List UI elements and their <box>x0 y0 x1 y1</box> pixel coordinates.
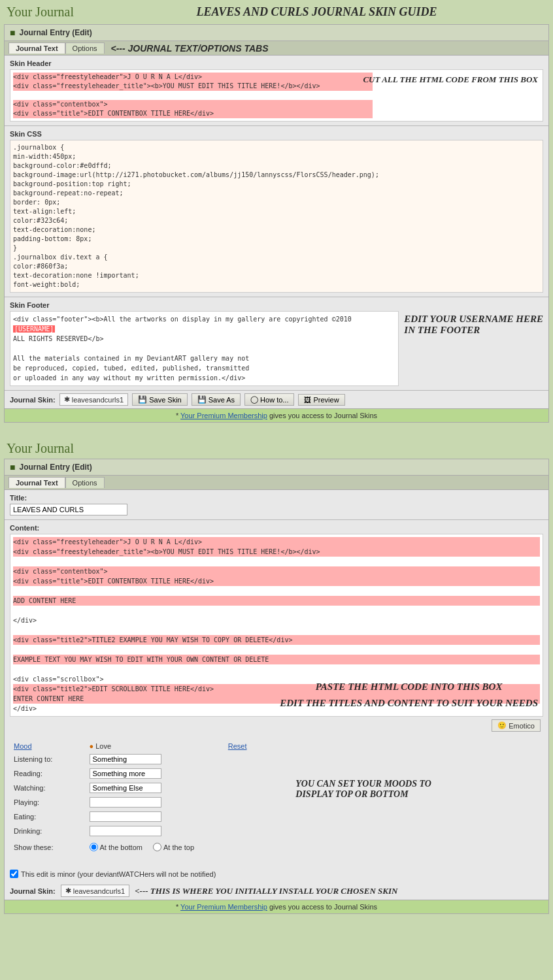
bottom-annotation: <--- THIS IS WHERE YOU INITIALLY INSTALL… <box>135 886 397 896</box>
tab-annotation: <--- JOURNAL TEXT/OPTIONS TABS <box>111 43 269 54</box>
skin-name-input[interactable]: ✱ leavesandcurls1 <box>59 393 129 406</box>
drinking-label: Drinking: <box>11 825 86 838</box>
premium-bar-top: * Your Premium Membership * Your Premium… <box>5 408 548 422</box>
radio-top[interactable]: At the top <box>153 843 194 851</box>
tab-journal-text[interactable]: Journal Text <box>8 42 65 54</box>
radio-top-input[interactable] <box>153 843 161 851</box>
username-highlight: [USERNAME] <box>13 325 55 333</box>
title-input[interactable] <box>10 504 127 515</box>
your-journal-second: Your Journal <box>7 441 74 456</box>
minor-edit-row: This edit is minor (your deviantWATCHers… <box>5 866 548 882</box>
journal-icon-2: ■ <box>10 462 15 472</box>
mood-annotation: YOU CAN SET YOUR MOODS TO DISPLAY TOP OR… <box>295 779 539 800</box>
skin-footer-code[interactable]: <div class="footer"><b>All the artworks … <box>10 311 399 386</box>
playing-label: Playing: <box>11 796 86 809</box>
radio-bottom[interactable]: At the bottom <box>90 843 142 851</box>
mood-link[interactable]: Mood <box>14 742 32 750</box>
panel-title: Journal Entry (Edit) <box>19 28 92 37</box>
playing-input[interactable] <box>90 797 161 808</box>
code-line-1: <div class="freestyleheader">J O U R N A… <box>13 73 373 82</box>
show-these-label: Show these: <box>11 839 86 855</box>
top-panel-header: ■ Journal Entry (Edit) <box>5 25 548 41</box>
reading-label: Reading: <box>11 767 86 780</box>
bottom-skin-name-value: leavesandcurls1 <box>73 887 126 895</box>
code-line-3 <box>13 91 373 100</box>
save-as-button[interactable]: 💾 Save As <box>192 393 241 406</box>
minor-edit-label: This edit is minor (your deviantWATCHers… <box>21 870 216 878</box>
footer-annotation-1: EDIT YOUR USERNAME HERE <box>404 314 543 325</box>
skin-css-label: Skin CSS <box>10 130 543 138</box>
how-to-icon: ◯ <box>250 395 258 404</box>
premium-bar-bottom: * Your Premium Membership gives you acce… <box>5 900 548 913</box>
main-title: LEAVES AND CURLS JOURNAL SKIN GUIDE <box>87 3 546 22</box>
journal-skin-row: Journal Skin: ✱ leavesandcurls1 💾 Save S… <box>5 391 548 408</box>
emotico-btn[interactable]: 🙂 Emotico <box>492 719 541 732</box>
how-to-button[interactable]: ◯ How to... <box>244 393 294 406</box>
tab-options[interactable]: Options <box>65 42 105 54</box>
star-icon-bottom: ✱ <box>65 887 71 895</box>
radio-bottom-input[interactable] <box>90 843 98 851</box>
second-panel-title: Journal Entry (Edit) <box>19 463 92 472</box>
eating-label: Eating: <box>11 810 86 823</box>
skin-header-annotation: CUT ALL THE HTML CODE FROM THIS BOX <box>363 74 538 85</box>
save-skin-icon: 💾 <box>138 395 147 404</box>
watching-label: Watching: <box>11 781 86 794</box>
your-journal-top: Your Journal <box>7 5 74 20</box>
bottom-skin-row: Journal Skin: ✱ leavesandcurls1 <--- THI… <box>5 882 548 900</box>
content-label: Content: <box>10 524 543 532</box>
reset-link[interactable]: Reset <box>228 742 247 750</box>
tab-journal-text-2[interactable]: Journal Text <box>8 477 65 488</box>
paste-annotation-1: PASTE THE HTML CODE INTO THIS BOX <box>280 679 538 695</box>
skin-css-code[interactable]: .journalbox { min-width:450px; backgroun… <box>10 140 543 293</box>
star-icon: ✱ <box>64 395 70 404</box>
second-panel-header: ■ Journal Entry (Edit) <box>5 459 548 476</box>
paste-annotation-area: PASTE THE HTML CODE INTO THIS BOX EDIT T… <box>280 679 538 711</box>
watching-input[interactable] <box>90 783 161 793</box>
premium-link-bottom[interactable]: Your Premium Membership <box>180 903 267 911</box>
footer-annotation-area: EDIT YOUR USERNAME HERE IN THE FOOTER <box>404 311 543 336</box>
preview-button[interactable]: 🖼 Preview <box>298 394 344 406</box>
title-label: Title: <box>10 494 543 502</box>
journal-skin-label: Journal Skin: <box>10 396 56 404</box>
skin-header-label: Skin Header <box>10 59 543 67</box>
paste-annotation-2: EDIT THE TITLES AND CONTENT TO SUIT YOUR… <box>280 695 538 711</box>
code-line-4: <div class="contentbox"> <box>13 100 373 109</box>
footer-annotation-2: IN THE FOOTER <box>404 325 543 336</box>
code-line-5: <div class="title">EDIT CONTENTBOX TITLE… <box>13 109 373 118</box>
listening-input[interactable] <box>90 754 161 764</box>
premium-link-top[interactable]: Your Premium Membership <box>180 412 267 419</box>
drinking-input[interactable] <box>90 826 161 836</box>
tab-options-2[interactable]: Options <box>65 477 105 488</box>
reading-input[interactable] <box>90 768 161 779</box>
code-line-2: <div class="freestyleheader_title"><b>YO… <box>13 82 373 91</box>
minor-edit-checkbox[interactable] <box>10 870 18 878</box>
mood-value: Love <box>95 742 111 750</box>
mood-icon: ● <box>90 742 94 750</box>
bottom-journal-skin-label: Journal Skin: <box>10 887 56 895</box>
save-skin-button[interactable]: 💾 Save Skin <box>132 393 188 406</box>
eating-input[interactable] <box>90 811 161 822</box>
bottom-skin-name-input[interactable]: ✱ leavesandcurls1 <box>61 885 130 897</box>
skin-name-value: leavesandcurls1 <box>72 396 124 404</box>
journal-icon: ■ <box>10 27 15 38</box>
emotico-icon: 🙂 <box>497 721 507 730</box>
listening-label: Listening to: <box>11 753 86 766</box>
skin-footer-label: Skin Footer <box>10 301 543 309</box>
mood-table: Mood ● Love Reset YOU CAN SET YOUR MOODS… <box>10 740 543 857</box>
preview-icon: 🖼 <box>304 396 311 404</box>
save-as-icon: 💾 <box>197 395 207 404</box>
